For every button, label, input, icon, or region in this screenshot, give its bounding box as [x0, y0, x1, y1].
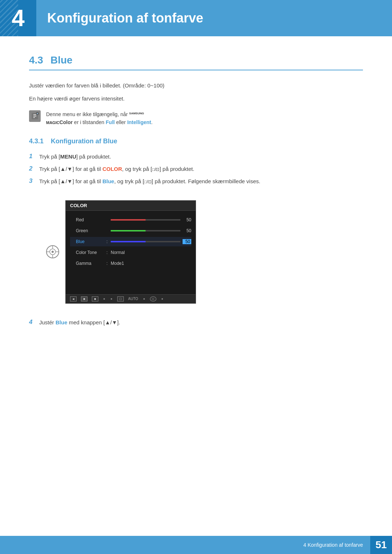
note-final: . [151, 119, 153, 125]
osd-row-gamma: Gamma : Mode1 [70, 259, 191, 268]
step2-icon: □/⊡ [152, 167, 160, 172]
osd-label-gamma: Gamma [70, 261, 106, 266]
note-icon [29, 110, 41, 122]
osd-track-green [111, 230, 180, 231]
page-footer: 4 Konfiguration af tonfarve 51 [0, 536, 392, 554]
note-color-word: Color [60, 119, 73, 125]
osd-bar-green: 50 [111, 228, 191, 233]
footer-page-number: 51 [375, 539, 387, 551]
note-prefix: Denne menu er ikke tilgængelig, når [46, 111, 129, 117]
section-title: Blue [50, 54, 73, 66]
steps-list: 1 Tryk på [MENU] på produktet. 2 Tryk på… [29, 152, 363, 186]
osd-row-blue: Blue : 50 [70, 237, 191, 246]
osd-track-blue [111, 241, 180, 242]
osd-bar-red: 50 [111, 217, 191, 222]
subsection-heading: 4.3.1 Konfiguration af Blue [29, 138, 363, 145]
osd-track-red [111, 219, 180, 221]
osd-menu: COLOR Red 50 Green [65, 200, 196, 304]
osd-container: COLOR Red 50 Green [65, 200, 196, 304]
osd-btn-plus: ■ [92, 296, 98, 301]
section-number: 4.3 [29, 54, 43, 66]
page-header: 4 Konfiguration af tonfarve [0, 0, 392, 36]
header-decoration [0, 0, 18, 36]
step-number-2: 2 [29, 165, 39, 172]
osd-num-blue: 50 [183, 239, 191, 244]
step-item-2: 2 Tryk på [▲/▼] for at gå til COLOR, og … [29, 165, 363, 173]
svg-point-4 [52, 251, 54, 253]
step-text-3: Tryk på [▲/▼] for at gå til Blue, og try… [39, 177, 260, 186]
osd-dot2 [111, 298, 112, 300]
osd-bottom-icons: ◄ ■ ■ □ AUTO ○ [70, 296, 164, 301]
osd-colon-blue: : [106, 239, 111, 244]
step3-icon: □/⊡ [144, 179, 152, 184]
osd-row-empty1 [70, 270, 191, 279]
osd-label-green: Green [70, 228, 106, 233]
osd-fill-red [111, 219, 146, 221]
osd-row-empty2 [70, 280, 191, 290]
color-bold: COLOR [102, 166, 122, 172]
note-middle: er i tilstanden [73, 119, 106, 125]
step4-blue-bold: Blue [56, 319, 68, 325]
osd-dot1 [103, 298, 105, 300]
step-text-1: Tryk på [MENU] på produktet. [39, 152, 111, 161]
note-box: Denne menu er ikke tilgængelig, når SAMS… [29, 110, 363, 127]
chapter-title: Konfiguration af tonfarve [47, 11, 203, 26]
note-full: Full [106, 119, 115, 125]
step-item-3: 3 Tryk på [▲/▼] for at gå til Blue, og t… [29, 177, 363, 186]
subsection-title-spacer [45, 138, 49, 145]
osd-btn-minus: ■ [81, 296, 87, 301]
osd-row-red: Red 50 [70, 215, 191, 225]
osd-body: Red 50 Green [66, 211, 196, 294]
subsection-number: 4.3.1 [29, 138, 44, 145]
osd-dot4 [162, 298, 163, 300]
osd-bar-blue: 50 [111, 239, 191, 244]
osd-fill-green [111, 230, 146, 231]
note-text: Denne menu er ikke tilgængelig, når SAMS… [46, 110, 152, 127]
intro-line2: En højere værdi øger farvens intensitet. [29, 94, 363, 103]
section-heading: 4.3 Blue [29, 54, 363, 70]
osd-colon-gamma: : [106, 260, 111, 266]
osd-btn-screen: □ [117, 296, 124, 301]
step-item-1: 1 Tryk på [MENU] på produktet. [29, 152, 363, 161]
osd-value-gamma: Mode1 [111, 261, 191, 266]
monitor-icon [45, 245, 60, 259]
footer-number-box: 51 [370, 536, 392, 554]
menu-bold: MENU [60, 153, 76, 160]
step-number-3: 3 [29, 177, 39, 185]
step-item-4: 4 Justér Blue med knappen [▲/▼]. [29, 318, 363, 327]
osd-num-green: 50 [183, 228, 191, 233]
step-number-1: 1 [29, 152, 39, 160]
step-text-4: Justér Blue med knappen [▲/▼]. [39, 318, 120, 327]
note-and: eller [115, 119, 127, 125]
osd-dot3 [143, 298, 145, 300]
subsection-title: Konfiguration af Blue [51, 138, 117, 145]
osd-value-colortone: Normal [111, 250, 191, 255]
main-content: 4.3 Blue Justér værdien for farven blå i… [0, 36, 392, 360]
osd-fill-blue [111, 241, 146, 242]
osd-title: COLOR [66, 201, 196, 211]
note-intelligent: Intelligent [127, 119, 151, 125]
osd-label-red: Red [70, 217, 106, 222]
osd-bottom-bar: ◄ ■ ■ □ AUTO ○ [66, 294, 196, 303]
osd-label-colortone: Color Tone [70, 250, 106, 255]
osd-btn-circle: ○ [150, 296, 156, 301]
osd-auto-label: AUTO [128, 297, 138, 301]
blue-bold: Blue [102, 178, 114, 184]
intro-line1: Justér værdien for farven blå i billedet… [29, 81, 363, 90]
step-number-4: 4 [29, 318, 39, 326]
step-text-2: Tryk på [▲/▼] for at gå til COLOR, og tr… [39, 165, 194, 173]
osd-row-green: Green 50 [70, 226, 191, 235]
osd-row-colortone: Color Tone : Normal [70, 248, 191, 257]
osd-colon-colortone: : [106, 250, 111, 255]
osd-num-red: 50 [183, 217, 191, 222]
osd-btn-left: ◄ [70, 296, 77, 301]
footer-text: 4 Konfiguration af tonfarve [303, 542, 363, 548]
osd-label-blue: Blue [70, 239, 106, 244]
